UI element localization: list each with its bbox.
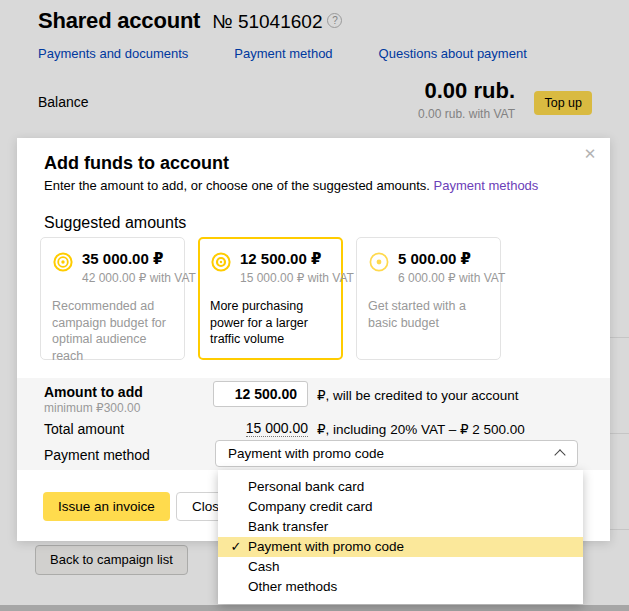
- card-amount: 35 000.00 ₽: [82, 250, 196, 268]
- suggested-amounts-heading: Suggested amounts: [44, 214, 186, 232]
- card-description: More purchasing power for a larger traff…: [210, 298, 331, 348]
- dropdown-item-cash[interactable]: Cash: [218, 557, 583, 577]
- dropdown-item-personal-bank-card[interactable]: Personal bank card: [218, 477, 583, 497]
- checkmark-icon: ✓: [227, 537, 245, 557]
- dropdown-item-payment-with-promo-code[interactable]: ✓ Payment with promo code: [218, 537, 583, 557]
- card-description: Get started with a basic budget: [368, 298, 489, 331]
- suggested-card-35000[interactable]: 35 000.00 ₽ 42 000.00 ₽ with VAT Recomme…: [40, 237, 185, 360]
- bullseye-icon: [52, 251, 74, 273]
- card-description: Recommended ad campaign budget for optim…: [52, 298, 173, 364]
- suggested-card-12500-selected[interactable]: 12 500.00 ₽ 15 000.00 ₽ with VAT More pu…: [198, 237, 343, 360]
- modal-subtitle-text: Enter the amount to add, or choose one o…: [44, 178, 430, 193]
- total-amount-value[interactable]: 15 000.00: [213, 420, 308, 436]
- card-amounts: 5 000.00 ₽ 6 000.00 ₽ with VAT: [398, 250, 505, 285]
- payment-method-value: Payment with promo code: [228, 446, 384, 461]
- screen: Shared account№ 51041602? Payments and d…: [0, 0, 629, 611]
- payment-method-label: Payment method: [44, 447, 150, 463]
- total-amount-label: Total amount: [44, 421, 124, 437]
- suggested-card-5000[interactable]: 5 000.00 ₽ 6 000.00 ₽ with VAT Get start…: [356, 237, 501, 360]
- amount-credited-note: ₽, will be credited to your account: [317, 387, 518, 403]
- amount-to-add-label: Amount to add: [44, 384, 143, 400]
- card-header: 5 000.00 ₽ 6 000.00 ₽ with VAT: [368, 250, 489, 285]
- card-header: 12 500.00 ₽ 15 000.00 ₽ with VAT: [210, 250, 331, 285]
- dropdown-item-bank-transfer[interactable]: Bank transfer: [218, 517, 583, 537]
- card-vat-note: 15 000.00 ₽ with VAT: [240, 271, 354, 285]
- chevron-up-icon: [554, 449, 565, 460]
- total-vat-note: ₽, including 20% VAT – ₽ 2 500.00: [317, 421, 525, 437]
- dropdown-item-other-methods[interactable]: Other methods: [218, 577, 583, 597]
- bullseye-icon: [368, 251, 390, 273]
- bullseye-icon: [210, 251, 232, 273]
- modal-title: Add funds to account: [44, 153, 229, 174]
- card-vat-note: 6 000.00 ₽ with VAT: [398, 271, 505, 285]
- issue-invoice-button[interactable]: Issue an invoice: [43, 492, 170, 521]
- payment-method-dropdown: Personal bank card Company credit card B…: [218, 470, 583, 604]
- dropdown-item-company-credit-card[interactable]: Company credit card: [218, 497, 583, 517]
- card-amounts: 12 500.00 ₽ 15 000.00 ₽ with VAT: [240, 250, 354, 285]
- card-amount: 12 500.00 ₽: [240, 250, 354, 268]
- card-amount: 5 000.00 ₽: [398, 250, 505, 268]
- card-header: 35 000.00 ₽ 42 000.00 ₽ with VAT: [52, 250, 173, 285]
- minimum-amount-note: minimum ₽300.00: [44, 401, 140, 415]
- suggested-amount-cards: 35 000.00 ₽ 42 000.00 ₽ with VAT Recomme…: [40, 237, 501, 360]
- amount-input[interactable]: [213, 381, 308, 407]
- card-amounts: 35 000.00 ₽ 42 000.00 ₽ with VAT: [82, 250, 196, 285]
- card-vat-note: 42 000.00 ₽ with VAT: [82, 271, 196, 285]
- amount-form-section: Amount to add minimum ₽300.00 ₽, will be…: [17, 378, 610, 470]
- close-icon[interactable]: ✕: [580, 144, 600, 164]
- modal-subtitle: Enter the amount to add, or choose one o…: [44, 178, 538, 193]
- payment-methods-link[interactable]: Payment methods: [434, 178, 539, 193]
- payment-method-select[interactable]: Payment with promo code: [215, 440, 578, 467]
